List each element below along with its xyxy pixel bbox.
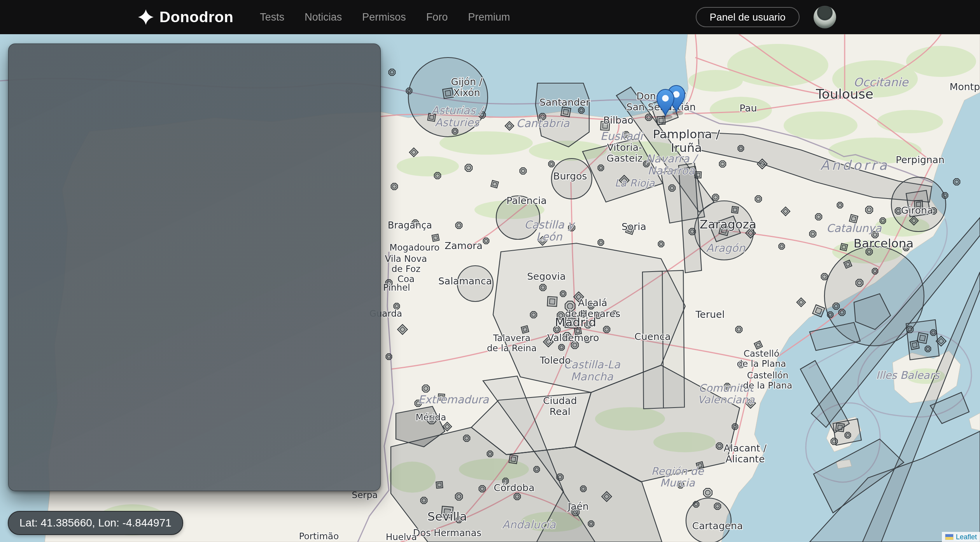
navbar: Donodron TestsNoticiasPermisosForoPremiu… (0, 0, 980, 34)
user-panel-button[interactable]: Panel de usuario (696, 7, 800, 27)
coordinate-readout: Lat: 41.385660, Lon: -4.844971 (8, 511, 183, 535)
city-label: Jaén (567, 501, 589, 512)
leaflet-attribution-link[interactable]: Leaflet (956, 533, 977, 541)
city-label: Dos Hermanas (413, 528, 481, 539)
navbar-right: Panel de usuario (696, 6, 836, 28)
nav-link-tests[interactable]: Tests (260, 11, 284, 23)
region-label: Andorra (820, 157, 889, 173)
city-label: Toledo (539, 355, 571, 366)
city-label: Montpellier (950, 81, 980, 92)
city-label: Barcelona (854, 236, 914, 250)
city-label: Palencia (506, 195, 546, 206)
city-label: Salamanca (438, 275, 492, 287)
city-label: Segovia (527, 271, 565, 282)
brand[interactable]: Donodron (138, 9, 233, 26)
city-label: Sevilla (427, 509, 467, 523)
ukraine-flag-icon (945, 534, 954, 540)
city-label: Pau (739, 103, 757, 114)
logo-star-icon (138, 9, 154, 25)
city-label: Castellóde la Plana (737, 349, 786, 369)
city-label: Gijón /Xixón (451, 76, 483, 98)
city-label: Cuenca (634, 331, 671, 342)
city-label: Burgos (553, 171, 587, 182)
map-attribution: Leaflet (942, 532, 980, 542)
city-label: Córdoba (494, 482, 535, 493)
city-label: Santander (539, 97, 590, 108)
city-label: Talaverade la Reina (487, 333, 537, 353)
region-label: Aragón (706, 242, 746, 254)
nav-link-permisos[interactable]: Permisos (362, 11, 406, 23)
main-nav: TestsNoticiasPermisosForoPremium (260, 11, 510, 23)
city-label: Pinhel (383, 282, 410, 293)
nav-link-noticias[interactable]: Noticias (304, 11, 342, 23)
city-label: Mogadouro (390, 242, 440, 253)
region-label: Castilla-LaMancha (564, 358, 620, 383)
city-label: Alacant /Alicante (724, 443, 767, 465)
city-label: Zamora (444, 240, 483, 251)
city-label: Zaragoza (700, 217, 756, 231)
city-label: Huelva (386, 532, 417, 542)
user-avatar[interactable] (814, 6, 836, 28)
city-label: Castellónde la Plana (743, 370, 793, 390)
city-label: Girona (901, 205, 933, 216)
region-label: Andalucía (502, 518, 556, 531)
region-label: La Rioja (614, 177, 655, 189)
region-label: Catalunya (826, 222, 882, 235)
region-label: Euskadi (600, 130, 644, 143)
brand-name: Donodron (159, 9, 233, 26)
city-label: Soria (621, 221, 646, 232)
city-label: Mérida (416, 412, 446, 422)
region-label: Navarra /Nafarroa (646, 152, 698, 177)
city-label: Portimão (299, 531, 339, 541)
city-label: Serpa (352, 490, 378, 500)
nav-link-premium[interactable]: Premium (468, 11, 510, 23)
city-label: Vitoria-Gasteiz (607, 142, 643, 164)
city-label: Teruel (695, 309, 725, 320)
region-label: Extremadura (418, 393, 489, 406)
city-label: Toulouse (816, 86, 873, 102)
city-label: Bragança (388, 220, 432, 231)
nav-link-foro[interactable]: Foro (426, 11, 448, 23)
city-label: Bilbao (603, 115, 634, 126)
region-label: Illes Balears (876, 369, 940, 381)
city-label: Madrid (555, 315, 596, 329)
region-label: Asturias /Asturies (431, 104, 485, 129)
region-label: Cantabria (516, 117, 570, 130)
city-label: Perpignan (896, 154, 945, 166)
side-panel (8, 44, 381, 491)
city-label: Valdemoro (547, 332, 599, 343)
city-label: Cartagena (692, 520, 743, 532)
